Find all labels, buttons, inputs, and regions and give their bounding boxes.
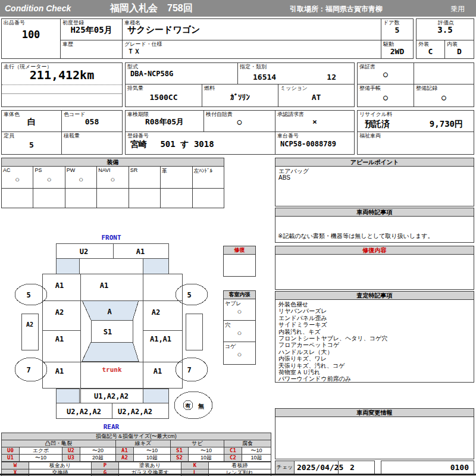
- equipment-mark: ○: [97, 175, 128, 184]
- inspection-label: 車検期限: [126, 111, 203, 117]
- assessment-line: リヤバンパーズレ: [278, 308, 471, 314]
- wheel-front-right: [176, 284, 208, 305]
- equipment-label: NAVI: [98, 167, 110, 173]
- legend-code: S2: [171, 455, 189, 462]
- legend-code: U3: [62, 455, 80, 462]
- registration-number-label: 登録番号: [126, 132, 275, 139]
- equipment-cell-ac: AC○: [2, 167, 33, 188]
- first-registration-value: H25年05月: [61, 26, 122, 35]
- registration-number-value: 宮崎 501 す 3018: [126, 140, 275, 149]
- divider: [338, 461, 339, 474]
- history-box: 車歴: [60, 40, 123, 59]
- code-side-left-2: A1: [55, 335, 64, 343]
- displacement-box: 排気量 1500CC: [125, 84, 202, 107]
- warranty-value: ○: [358, 70, 414, 79]
- maintenance-book-box: 整備手帳 ○: [357, 84, 414, 107]
- equipment-mark: ○: [65, 175, 96, 184]
- doors-label: ドア数: [381, 19, 413, 26]
- legend-code: U1: [2, 455, 20, 462]
- appeal-line: ABS: [278, 174, 471, 181]
- code-front-bumper-left: U2: [80, 248, 88, 256]
- recycle-fee-box: リサイクル料 預託済 9,730円: [357, 110, 474, 132]
- model-name-value: サクシードワゴン: [123, 26, 381, 35]
- grade-label: グレード・仕様: [123, 40, 381, 47]
- chassis-number-box: 車台番号 NCP58-0088789: [275, 131, 355, 155]
- equipment-table: 装備 AC○ PS○ PW○ NAVI○ SR 革 左ﾊﾝﾄﾞﾙ: [1, 158, 224, 208]
- legend-size: 10超: [242, 455, 271, 462]
- legend-size: 〜10: [20, 455, 62, 462]
- check-date: 2025/04/25: [297, 463, 343, 472]
- equipment-empty-cell: [129, 189, 160, 208]
- transmission-box: ミッション AT: [278, 84, 355, 107]
- maintenance-record-box: 整備記録 ○: [414, 84, 474, 107]
- mileage-value: 211,412km: [2, 71, 122, 80]
- deck-right-fill: [143, 389, 168, 403]
- equipment-empty-cell: [192, 189, 224, 208]
- inspection-value: R08年05月: [126, 117, 203, 126]
- exterior-grade-value: C: [416, 47, 444, 56]
- capacity-value: 5: [2, 140, 61, 149]
- grade-value: ＴＸ: [123, 47, 381, 56]
- mark-code: P: [92, 462, 119, 469]
- legend-group: 凸凹・亀裂: [2, 440, 116, 447]
- legend-code: U0: [2, 447, 20, 455]
- load-label: 積載量: [62, 132, 122, 139]
- lot-number-box: 出品番号 100: [1, 18, 61, 59]
- assessment-line: サイドミラーキズ: [278, 321, 471, 328]
- assessment-line: フロントシートヤブレ、ヘタリ、コゲ穴: [278, 335, 471, 342]
- cowl-right-fill: [143, 258, 168, 274]
- code-front-bumper-right: A1: [136, 248, 145, 256]
- approval-label: 承認請求書: [275, 111, 354, 117]
- chassis-number-value: NCP58-0088789: [275, 140, 354, 149]
- trunk-label: trunk: [102, 366, 121, 374]
- legend-code: A1: [116, 447, 134, 455]
- lot-number-label: 出品番号: [2, 19, 60, 26]
- vehicle-notes-disclaimer: ※記載のない書類・機器等は無しとして取り扱いします。: [278, 232, 433, 240]
- code-rear-bumper-left: U2,A2,A2: [67, 408, 101, 416]
- mark-desc: 板金あり: [29, 462, 92, 469]
- equipment-cell-navi: NAVI○: [96, 167, 128, 188]
- drive-label: 駆動: [381, 40, 413, 47]
- change-info-section: 車両変更情報: [275, 408, 474, 459]
- doors-box: ドア数 5: [381, 18, 414, 40]
- displacement-value: 1500CC: [126, 93, 202, 102]
- color-code-label: 色コード: [62, 111, 122, 117]
- displacement-label: 排気量: [126, 84, 202, 91]
- welfare-vehicle-box: 福祉車両: [357, 131, 474, 155]
- equipment-cell-ps: PS○: [33, 167, 64, 188]
- interior-grade-label: 内装: [445, 40, 474, 47]
- code-hood-left: A1: [55, 281, 64, 290]
- color-code-value: 058: [62, 117, 122, 126]
- check-row-box: チェック 2025/04/25 2: [275, 461, 375, 474]
- vehicle-category: 乗用: [450, 4, 465, 14]
- exterior-grade-label: 外装: [416, 40, 444, 47]
- history-label: 車歴: [61, 40, 122, 47]
- code-side-right-2: A1,A1: [150, 335, 171, 343]
- assessment-notes-section: 査定特記事項 外装色褪せ リヤバンパーズレ エンドパネル歪み サイドミラーキズ …: [275, 291, 474, 383]
- change-info-title: 車両変更情報: [275, 409, 474, 417]
- class-value-2: 12: [327, 73, 336, 82]
- bottom-rule: [0, 474, 476, 475]
- legend-code: C2: [224, 455, 242, 462]
- damage-legend-table: 損傷記号＆損傷サイズ(〜最大cm) 凸凹・亀裂 線キズ サビ 腐食 U0 エクボ…: [1, 433, 271, 462]
- equipment-label: SR: [130, 167, 138, 173]
- maintenance-record-label: 整備記録: [414, 84, 474, 91]
- divider: [2, 93, 122, 94]
- front-bumper: [56, 243, 168, 258]
- drive-box: 駆動 2WD: [381, 40, 414, 59]
- repair-content-body: [275, 255, 474, 257]
- code-side-right-3: A1: [154, 367, 162, 375]
- model-name-box: 車種名 サクシードワゴン: [122, 18, 381, 40]
- vehicle-notes-section: 車両特記事項 ※記載のない書類・機器等は無しとして取り扱いします。: [275, 208, 474, 243]
- empty-box: [414, 62, 474, 84]
- class-box: 指定・類別 16514 12: [237, 62, 355, 84]
- cowl-left-fill: [56, 258, 79, 274]
- body-color-box: 車体色 白: [1, 110, 62, 132]
- change-info-body: [275, 417, 474, 419]
- drive-value: 2WD: [381, 47, 413, 56]
- assessment-notes-title: 査定特記事項: [275, 292, 474, 300]
- maintenance-book-value: ○: [358, 93, 414, 102]
- car-damage-diagram: FRONT U2 A1 A1 A1 A2 A A2 S1 A1 A1,A1 A1…: [0, 232, 274, 434]
- legend-group: サビ: [171, 440, 224, 447]
- right-door-strip: [186, 314, 202, 350]
